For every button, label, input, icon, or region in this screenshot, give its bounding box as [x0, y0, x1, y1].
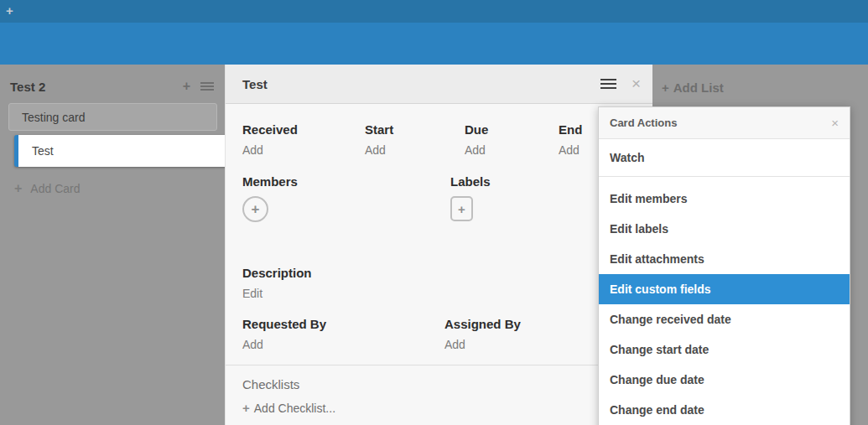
card-detail-title: Test — [242, 77, 600, 91]
card-test-selected[interactable]: Test — [14, 135, 226, 167]
labels-label: Labels — [450, 174, 491, 189]
plus-icon: + — [242, 401, 250, 415]
menu-item-change-due-date[interactable]: Change due date — [599, 365, 850, 395]
received-label: Received — [242, 122, 365, 137]
labels-field: Labels + — [450, 174, 491, 222]
description-section: Description Edit — [242, 266, 636, 300]
list-menu-icon[interactable] — [200, 82, 214, 91]
card-actions-menu: Edit members Edit labels Edit attachment… — [599, 177, 850, 425]
card-actions-menu-icon[interactable] — [600, 79, 616, 90]
due-add-link[interactable]: Add — [465, 143, 559, 157]
card-actions-header: Card Actions × — [599, 107, 850, 139]
assigned-by-label: Assigned By — [444, 317, 521, 331]
add-board-icon[interactable]: + — [6, 4, 13, 18]
assigned-by-add-link[interactable]: Add — [444, 338, 521, 351]
members-label: Members — [242, 174, 450, 189]
checklists-section: Checklists + Add Checklist... — [242, 365, 636, 425]
menu-item-change-start-date[interactable]: Change start date — [599, 334, 850, 365]
card-title: Testing card — [22, 111, 85, 124]
due-label: Due — [465, 122, 559, 137]
description-edit-link[interactable]: Edit — [242, 287, 636, 300]
add-checklist-label: Add Checklist... — [254, 402, 335, 415]
menu-item-edit-attachments[interactable]: Edit attachments — [599, 244, 850, 274]
card-detail-body: Received Add Start Add Due Add End Add M… — [226, 104, 652, 425]
members-field: Members + — [242, 174, 450, 222]
requested-assigned-row: Requested By Add Assigned By Add — [242, 317, 636, 351]
card-detail-header: Test × — [226, 65, 652, 104]
list-header: Test 2 + — [0, 65, 226, 103]
close-icon[interactable]: × — [831, 118, 839, 128]
description-label: Description — [242, 266, 636, 280]
members-labels-row: Members + Labels + — [242, 174, 636, 222]
card-testing-card[interactable]: Testing card — [8, 103, 217, 131]
board-header-bar — [0, 23, 868, 65]
dates-row: Received Add Start Add Due Add End Add — [242, 122, 636, 157]
close-icon[interactable]: × — [632, 78, 641, 90]
card-actions-title: Card Actions — [610, 117, 831, 129]
plus-icon: + — [252, 201, 260, 218]
menu-item-change-received-date[interactable]: Change received date — [599, 304, 850, 334]
menu-item-edit-custom-fields[interactable]: Edit custom fields — [599, 274, 850, 304]
plus-icon: + — [662, 80, 669, 95]
list-add-icon[interactable]: + — [183, 79, 190, 94]
requested-by-add-link[interactable]: Add — [242, 338, 444, 351]
end-label: End — [559, 122, 582, 137]
list-title: Test 2 — [10, 80, 173, 94]
received-add-link[interactable]: Add — [242, 143, 365, 157]
start-field: Start Add — [365, 122, 465, 157]
menu-item-edit-members[interactable]: Edit members — [599, 184, 850, 214]
add-checklist-button[interactable]: + Add Checklist... — [242, 401, 636, 415]
plus-icon: + — [14, 181, 22, 196]
requested-by-field: Requested By Add — [242, 317, 444, 351]
checklists-label: Checklists — [242, 377, 636, 391]
add-card-button[interactable]: + Add Card — [14, 181, 226, 196]
watch-label: Watch — [610, 151, 644, 164]
requested-by-label: Requested By — [242, 317, 444, 331]
add-card-label: Add Card — [30, 182, 80, 195]
start-add-link[interactable]: Add — [365, 143, 465, 157]
received-field: Received Add — [242, 122, 365, 157]
add-list-button[interactable]: + Add List — [662, 80, 724, 95]
list-test-2: Test 2 + Testing card Test + Add Card — [0, 65, 226, 196]
menu-item-edit-labels[interactable]: Edit labels — [599, 214, 850, 244]
plus-icon: + — [458, 202, 465, 216]
card-detail-panel: Test × Received Add Start Add Due Add En… — [225, 65, 652, 425]
top-navbar: + — [0, 0, 868, 23]
menu-item-change-end-date[interactable]: Change end date — [599, 395, 850, 425]
end-field: End Add — [559, 122, 582, 157]
card-actions-popup: Card Actions × Watch Edit members Edit l… — [598, 106, 850, 425]
end-add-link[interactable]: Add — [559, 143, 582, 157]
assigned-by-field: Assigned By Add — [444, 317, 521, 351]
card-title: Test — [32, 144, 54, 158]
add-member-button[interactable]: + — [242, 196, 268, 222]
due-field: Due Add — [465, 122, 559, 157]
add-label-button[interactable]: + — [450, 196, 473, 221]
start-label: Start — [365, 122, 465, 137]
menu-item-watch[interactable]: Watch — [599, 139, 850, 177]
add-list-label: Add List — [673, 80, 724, 95]
